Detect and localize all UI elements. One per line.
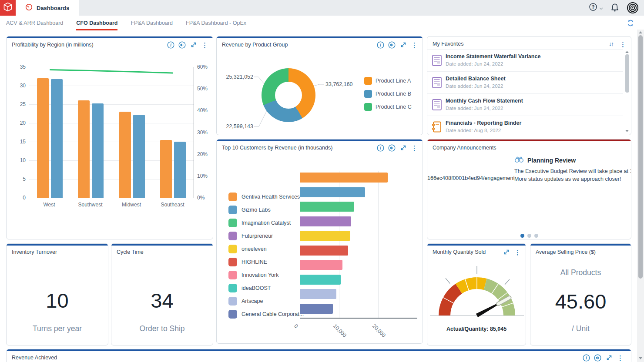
legend-item-highline[interactable]: HIGHLINE [228,258,267,266]
info-icon[interactable]: i [377,41,384,49]
help-menu[interactable]: ? [589,3,603,13]
page-scrollbar[interactable] [637,30,644,362]
kpi-value: 34 [111,289,213,312]
panel-title: My Favorites [433,41,464,47]
favorite-item-detailed-balance-sheet[interactable]: Detailed Balance SheetDate added: Jun 24… [427,72,623,94]
scrollbar-thumb[interactable] [638,35,643,279]
app-tab-dashboards[interactable]: Dashboards [16,0,79,16]
bar-oneeleven[interactable] [300,231,350,241]
svg-text:?: ? [592,4,595,10]
bar-ideaboost[interactable] [300,275,341,285]
menu-icon[interactable]: ⋮ [617,354,624,362]
bar-group-midwest [111,67,153,198]
announcement-link-text[interactable]: 166ec408f0001b4ed94/engagement/ [427,175,514,181]
panel-title: Profitability by Region (in millions) [12,42,94,48]
info-icon[interactable]: i [377,144,384,152]
bar-gentiva-health-services[interactable] [300,173,388,183]
legend-item-imagination-catalyst[interactable]: Imagination Catalyst [228,219,291,227]
bar-midwest-actual[interactable] [119,112,131,198]
bar-west-best-case[interactable] [51,79,63,198]
panel-cycle-time: Cycle Time 34 Order to Ship [111,243,213,345]
account-rings-icon[interactable] [627,2,639,14]
expand-icon[interactable] [605,354,613,362]
favorite-item-financials-reporting-binder[interactable]: Financials - Reporting BinderDate added:… [427,116,623,135]
menu-icon[interactable]: ⋮ [411,41,418,49]
legend-item-oneeleven[interactable]: oneeleven [228,245,267,253]
legend-swatch [228,297,237,306]
panel-accent [217,139,423,141]
carousel-dot-1[interactable] [520,234,524,238]
legend-label: Imagination Catalyst [242,220,291,226]
bar-imagination-catalyst[interactable] [300,202,354,212]
bar-general-cable-corporat-[interactable] [300,304,333,314]
refresh-icon[interactable] [627,19,634,27]
bar-gizmo-labs[interactable] [300,187,365,197]
carousel-dot-3[interactable] [534,234,538,238]
announcement-heading: Planning Review [514,156,576,165]
audio-icon[interactable] [388,144,396,152]
legend-item-innovation-york[interactable]: Innovation York [228,271,279,279]
legend-label: ideaBOOST [242,285,271,291]
tab-cfo-dashboard[interactable]: CFO Dashboard [76,16,117,30]
bar-futurpreneur[interactable] [300,216,351,226]
expand-icon[interactable] [190,41,197,49]
bar-southeast-actual[interactable] [160,140,172,198]
menu-icon[interactable]: ⋮ [201,41,208,49]
bar-artscape[interactable] [300,289,336,299]
audio-icon[interactable] [388,41,396,49]
legend-item-futurpreneur[interactable]: Futurpreneur [228,232,273,240]
audio-icon[interactable] [594,354,601,362]
favorites-scrollbar[interactable] [624,50,630,133]
info-icon[interactable]: i [167,41,174,49]
legend-item-product-line-a[interactable]: Product Line A [364,77,411,85]
legend-item-product-line-b[interactable]: Product Line B [364,90,411,98]
legend-label: Product Line A [376,78,411,84]
legend-item-product-line-c[interactable]: Product Line C [364,103,412,111]
kpi-subtitle: Order to Ship [111,324,213,333]
favorite-date: Date added: Jun 24, 2022 [446,83,503,89]
bar-innovation-york[interactable] [300,260,342,270]
bar-west-actual[interactable] [37,78,49,198]
bar-southwest-best-case[interactable] [92,103,104,198]
info-icon[interactable]: i [583,354,590,362]
favorite-item-monthly-cash-flow-statement[interactable]: Monthly Cash Flow StatementDate added: J… [427,94,623,116]
legend-item-general-cable-corporat-[interactable]: General Cable Corporat... [228,310,304,319]
profitability-plot-area: 3530252015105060%50%40%30%20%10%0% [29,67,194,198]
tab-fp-a-dashboard-opex[interactable]: FP&A Dashboard - OpEx [186,16,246,30]
y-axis-tick-right: 20% [197,151,213,157]
bar-southwest-actual[interactable] [78,100,90,198]
panel-accent [530,244,631,246]
bell-icon[interactable] [610,3,620,13]
panel-title: Inventory Turnover [12,249,57,255]
announcement-body-line2: More status updates as we approach close… [514,176,631,182]
donut-hole [275,82,302,109]
panel-title: Revenue by Product Group [222,42,288,48]
audio-icon[interactable] [178,41,186,49]
carousel-dot-2[interactable] [527,234,531,238]
favorite-item-income-statement-waterfall-variance[interactable]: Income Statement Waterfall VarianceDate … [427,50,623,72]
legend-swatch [228,193,237,201]
tab-fp-a-dashboard[interactable]: FP&A Dashboard [131,16,173,30]
favorite-date: Date added: Jun 24, 2022 [446,61,503,66]
menu-icon[interactable]: ⋮ [411,144,418,152]
expand-icon[interactable] [399,41,407,49]
x-axis-tick: 20,000 [371,323,387,339]
bar-midwest-best-case[interactable] [133,115,145,198]
legend-item-ideaboost[interactable]: ideaBOOST [228,284,271,292]
scrollbar-thumb[interactable] [625,54,629,93]
bar-southeast-best-case[interactable] [174,142,186,198]
legend-item-gizmo-labs[interactable]: Gizmo Labs [228,206,271,214]
menu-icon[interactable]: ⋮ [619,40,627,48]
donut-leader-lines [217,37,423,135]
dashboard-tab-bar: ACV & ARR DashboardCFO DashboardFP&A Das… [0,16,644,30]
legend-label: Product Line B [376,91,411,97]
app-logo[interactable] [0,0,16,16]
legend-item-gentiva-health-services[interactable]: Gentiva Health Services [228,193,300,201]
sort-icon[interactable]: ↓↑ [607,40,615,48]
tab-acv-arr-dashboard[interactable]: ACV & ARR Dashboard [6,16,63,30]
expand-icon[interactable] [399,144,407,152]
legend-swatch [364,103,372,111]
x-axis-label: Southeast [152,202,193,208]
bar-highline[interactable] [300,246,348,256]
legend-item-artscape[interactable]: Artscape [228,297,263,306]
